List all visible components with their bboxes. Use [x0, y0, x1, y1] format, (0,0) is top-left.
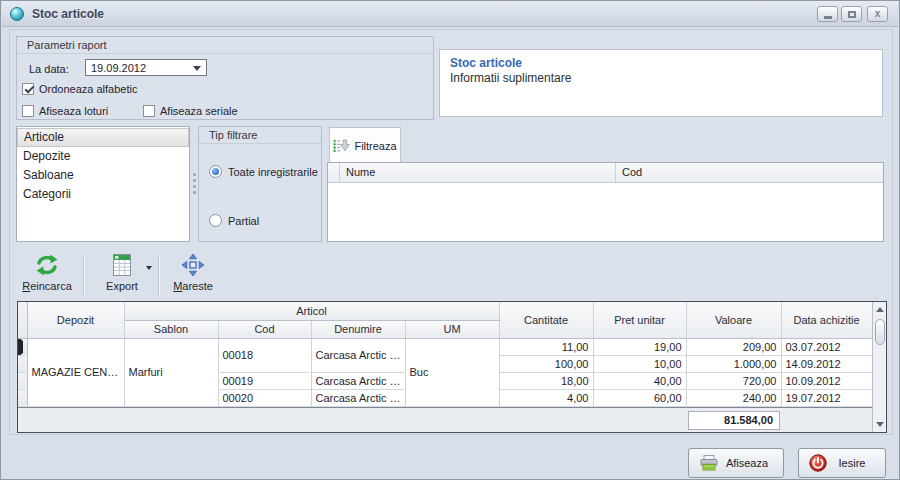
- toolbar-separator: [158, 255, 159, 295]
- column-header-pret-unitar[interactable]: Pret unitar: [593, 302, 686, 338]
- combo-dropdown-icon[interactable]: [193, 66, 201, 71]
- cell-data-achizitie[interactable]: 19.07.2012: [781, 389, 872, 406]
- filter-column-nume[interactable]: Nume: [340, 163, 616, 182]
- checkbox-ordoneaza-alfabetic[interactable]: Ordoneaza alfabetic: [22, 83, 137, 95]
- mareste-button[interactable]: Mareste: [162, 253, 224, 297]
- column-header-depozit[interactable]: Depozit: [27, 302, 124, 338]
- radio-selected-icon[interactable]: [209, 165, 222, 178]
- checkbox-afiseaza-seriale[interactable]: Afiseaza seriale: [143, 105, 238, 117]
- close-button[interactable]: x: [867, 6, 888, 22]
- scrollbar-thumb[interactable]: [875, 319, 885, 345]
- cell-valoare[interactable]: 209,00: [686, 338, 781, 355]
- maximize-icon: [848, 11, 856, 18]
- splitter-grip[interactable]: [192, 170, 197, 216]
- cell-data-achizitie[interactable]: 14.09.2012: [781, 355, 872, 372]
- cell-pret-unitar[interactable]: 40,00: [593, 372, 686, 389]
- row-indicator[interactable]: [18, 372, 27, 389]
- tip-filtrare-caption: Tip filtrare: [199, 127, 321, 144]
- export-label: Export: [106, 280, 138, 292]
- column-header-valoare[interactable]: Valoare: [686, 302, 781, 338]
- cell-depozit[interactable]: MAGAZIE CENTRALA: [27, 338, 124, 406]
- filter-column-cod[interactable]: Cod: [616, 163, 883, 182]
- grid-vertical-scrollbar[interactable]: [872, 302, 886, 432]
- filtreaza-label: Filtreaza: [354, 140, 396, 152]
- cell-denumire[interactable]: Carcasa Arctic Cooli...: [311, 338, 405, 372]
- column-group-articol[interactable]: Articol: [124, 302, 499, 320]
- iesire-button[interactable]: Iesire: [798, 448, 886, 478]
- cell-sablon[interactable]: Marfuri: [124, 338, 218, 406]
- reincarca-button[interactable]: Reincarca: [17, 253, 77, 297]
- mareste-label: Mareste: [173, 280, 213, 292]
- cell-pret-unitar[interactable]: 19,00: [593, 338, 686, 355]
- arrow-up-icon: [876, 307, 884, 312]
- list-item-articole[interactable]: Articole: [17, 128, 189, 147]
- column-header-data-achizitie[interactable]: Data achizitie: [781, 302, 872, 338]
- maximize-button[interactable]: [841, 6, 862, 22]
- cell-valoare[interactable]: 1.000,00: [686, 355, 781, 372]
- cell-valoare[interactable]: 240,00: [686, 389, 781, 406]
- cell-cod[interactable]: 00018: [218, 338, 311, 372]
- radio-toate-inregistrarile[interactable]: Toate inregistrarile: [209, 165, 318, 178]
- printer-icon: [699, 455, 719, 472]
- cell-denumire[interactable]: Carcasa Arctic Cooli...: [311, 372, 405, 389]
- checkbox-label: Afiseaza seriale: [160, 105, 238, 117]
- checkbox-checked-icon[interactable]: [22, 83, 34, 95]
- app-globe-icon: [10, 7, 24, 21]
- cell-cantitate[interactable]: 18,00: [499, 372, 593, 389]
- checkbox-unchecked-icon[interactable]: [22, 105, 34, 117]
- cell-cod[interactable]: 00019: [218, 372, 311, 389]
- tip-filtrare-group: Tip filtrare Toate inregistrarile Partia…: [198, 126, 322, 242]
- la-data-label: La data:: [29, 63, 69, 75]
- table-row[interactable]: MAGAZIE CENTRALA Marfuri 00018 Carcasa A…: [18, 338, 872, 355]
- export-spreadsheet-icon: [111, 253, 133, 277]
- column-header-denumire[interactable]: Denumire: [311, 320, 405, 338]
- export-button[interactable]: Export: [90, 253, 154, 297]
- expand-icon: [181, 253, 205, 277]
- checkbox-afiseaza-loturi[interactable]: Afiseaza loturi: [22, 105, 108, 117]
- row-indicator[interactable]: [18, 355, 27, 372]
- row-indicator[interactable]: [18, 389, 27, 406]
- cell-pret-unitar[interactable]: 10,00: [593, 355, 686, 372]
- cell-um[interactable]: Buc: [405, 338, 499, 406]
- radio-unselected-icon[interactable]: [209, 214, 222, 227]
- export-dropdown-icon[interactable]: [146, 266, 152, 270]
- radio-label: Partial: [228, 215, 259, 227]
- column-header-sablon[interactable]: Sablon: [124, 320, 218, 338]
- list-item-depozite[interactable]: Depozite: [17, 147, 189, 166]
- refresh-icon: [34, 253, 60, 277]
- column-header-um[interactable]: UM: [405, 320, 499, 338]
- cell-data-achizitie[interactable]: 10.09.2012: [781, 372, 872, 389]
- cell-valoare[interactable]: 720,00: [686, 372, 781, 389]
- stock-grid-table: Depozit Articol Cantitate Pret unitar Va…: [18, 302, 873, 407]
- parametri-raport-caption: Parametri raport: [17, 37, 433, 54]
- date-combobox[interactable]: 19.09.2012: [85, 59, 207, 76]
- current-row-icon: [18, 338, 23, 355]
- cell-cantitate[interactable]: 11,00: [499, 338, 593, 355]
- list-item-categorii[interactable]: Categorii: [17, 185, 189, 204]
- radio-partial[interactable]: Partial: [209, 214, 259, 227]
- stoc-articole-window: Stoc articole x Parametri raport La data…: [0, 0, 900, 480]
- cell-pret-unitar[interactable]: 60,00: [593, 389, 686, 406]
- column-header-cantitate[interactable]: Cantitate: [499, 302, 593, 338]
- close-icon: x: [875, 9, 881, 19]
- cell-data-achizitie[interactable]: 03.07.2012: [781, 338, 872, 355]
- column-header-cod[interactable]: Cod: [218, 320, 311, 338]
- checkbox-unchecked-icon[interactable]: [143, 105, 155, 117]
- cell-denumire[interactable]: Carcasa Arctic Cooli...: [311, 389, 405, 406]
- scroll-up-button[interactable]: [874, 303, 886, 316]
- list-item-sabloane[interactable]: Sabloane: [17, 166, 189, 185]
- cell-cantitate[interactable]: 4,00: [499, 389, 593, 406]
- filter-indicator-column: [328, 163, 340, 182]
- iesire-label: Iesire: [827, 457, 885, 469]
- filtreaza-tab[interactable]: Filtreaza: [329, 127, 401, 163]
- parametri-raport-group: Parametri raport La data: 19.09.2012 Ord…: [16, 36, 434, 120]
- minimize-button[interactable]: [817, 6, 838, 22]
- row-indicator[interactable]: [18, 338, 27, 355]
- scroll-down-button[interactable]: [874, 418, 886, 431]
- afiseaza-button[interactable]: Afiseaza: [688, 448, 784, 478]
- cell-cod[interactable]: 00020: [218, 389, 311, 406]
- filter-table-header: Nume Cod: [328, 163, 883, 183]
- cell-cantitate[interactable]: 100,00: [499, 355, 593, 372]
- report-subtitle: Informatii suplimentare: [450, 71, 872, 85]
- content-panel: Parametri raport La data: 19.09.2012 Ord…: [9, 29, 893, 435]
